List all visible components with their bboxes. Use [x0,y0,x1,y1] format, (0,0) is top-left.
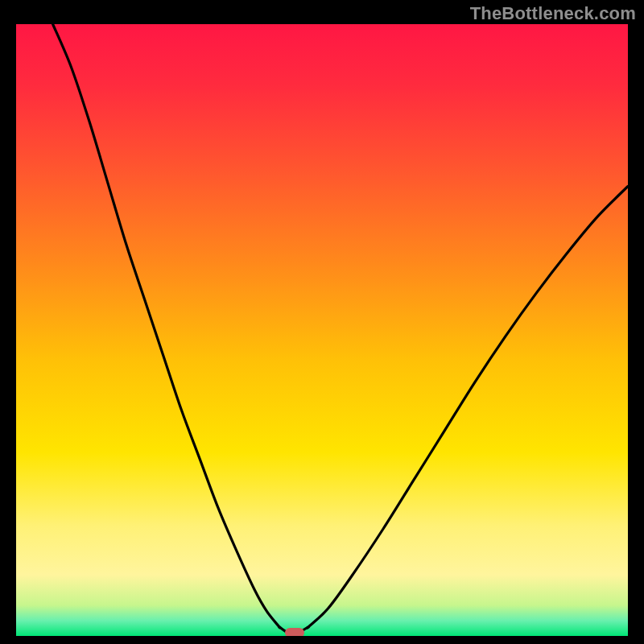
plot-area [16,24,628,636]
optimum-marker [285,628,304,636]
bottleneck-curve [16,24,628,636]
chart-frame: TheBottleneck.com [0,0,644,644]
watermark-text: TheBottleneck.com [470,3,636,24]
